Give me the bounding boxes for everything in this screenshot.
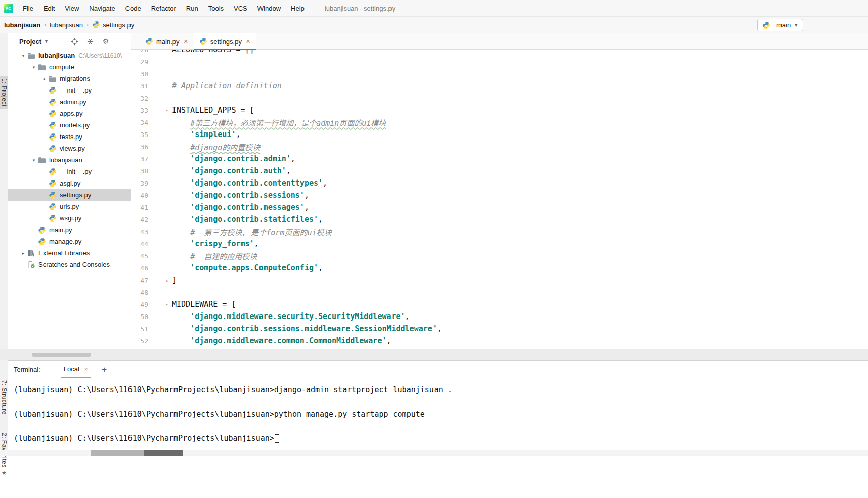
tree-item-init-py[interactable]: __init__.py <box>8 166 131 177</box>
tree-item-admin-py[interactable]: admin.py <box>8 96 131 108</box>
menu-edit[interactable]: Edit <box>38 0 60 16</box>
tool-button-project[interactable]: 1: Project <box>0 76 8 109</box>
tree-item-views-py[interactable]: views.py <box>8 143 131 154</box>
tree-item-models-py[interactable]: models.py <box>8 119 131 131</box>
menu-file[interactable]: File <box>18 0 38 16</box>
code-line[interactable]: 51 'django.contrib.sessions.middleware.S… <box>131 323 868 335</box>
tree-item-lubanjisuan[interactable]: ▾lubanjisuan <box>8 154 131 166</box>
tree-item-init-py[interactable]: __init__.py <box>8 84 131 96</box>
code-text: 'django.contrib.contenttypes', <box>172 178 327 188</box>
collapse-all-icon[interactable] <box>86 37 94 46</box>
menu-vcs[interactable]: VCS <box>229 0 252 16</box>
tree-item-tests-py[interactable]: tests.py <box>8 131 131 143</box>
terminal-tab-local[interactable]: Local × <box>61 361 91 378</box>
tool-button-structure[interactable]: 7: Structure <box>0 380 8 415</box>
editor-body[interactable]: 28ALLOWED_HOSTS = []293031# Application … <box>131 50 868 349</box>
code-line[interactable]: 29 <box>131 56 868 68</box>
tree-item-migrations[interactable]: ▸migrations <box>8 73 131 84</box>
code-line[interactable]: 35 'simpleui', <box>131 128 868 141</box>
folder-icon <box>27 52 35 60</box>
code-line[interactable]: 39 'django.contrib.contenttypes', <box>131 177 868 189</box>
menu-run[interactable]: Run <box>181 0 203 16</box>
menu-code[interactable]: Code <box>120 0 146 16</box>
line-number: 29 <box>131 58 148 66</box>
code-line[interactable]: 33▾INSTALLED_APPS = [ <box>131 104 868 116</box>
tree-item-wsgi-py[interactable]: wsgi.py <box>8 212 131 224</box>
menu-navigate[interactable]: Navigate <box>84 0 120 16</box>
fold-open-icon[interactable]: ▾ <box>148 302 172 307</box>
pycharm-logo-icon: PC <box>4 4 13 13</box>
project-horizontal-scrollbar[interactable] <box>32 353 91 357</box>
breadcrumb-item-settings-py[interactable]: settings.py <box>92 21 134 29</box>
tree-item-settings-py[interactable]: settings.py <box>8 189 131 201</box>
code-line[interactable]: 52 'django.middleware.common.CommonMiddl… <box>131 335 868 347</box>
tree-item-external-libraries[interactable]: ▸External Libraries <box>8 247 131 259</box>
code-line[interactable]: 30 <box>131 68 868 80</box>
editor-tab-settings-py[interactable]: settings.py✕ <box>194 33 256 50</box>
breadcrumb-item-lubanjisuan[interactable]: lubanjisuan <box>4 21 40 29</box>
tree-item-urls-py[interactable]: urls.py <box>8 201 131 212</box>
code-line[interactable]: 45 # 自建的应用模块 <box>131 250 868 262</box>
breadcrumb: lubanjisuan›lubanjisuan›settings.py <box>4 21 134 29</box>
menu-view[interactable]: View <box>60 0 84 16</box>
terminal-output[interactable]: (lubanjisuan) C:\Users\11610\PycharmProj… <box>8 378 868 446</box>
menu-help[interactable]: Help <box>286 0 310 16</box>
code-line[interactable]: 38 'django.contrib.auth', <box>131 165 868 177</box>
line-number: 51 <box>131 325 148 333</box>
fold-close-icon[interactable]: ▴ <box>148 278 172 283</box>
chevron-down-icon[interactable]: ▾ <box>30 158 38 163</box>
horizontal-scrollbar[interactable] <box>0 450 868 456</box>
chevron-down-icon[interactable]: ▾ <box>19 53 27 58</box>
code-line[interactable]: 43 # 第三方模块, 是个form页面的ui模块 <box>131 225 868 238</box>
tree-item-manage-py[interactable]: manage.py <box>8 236 131 247</box>
code-line[interactable]: 41 'django.contrib.messages', <box>131 201 868 213</box>
menu-tools[interactable]: Tools <box>203 0 229 16</box>
code-line[interactable]: 40 'django.contrib.sessions', <box>131 189 868 201</box>
project-tree: ▾lubanjisuanC:\Users\11610\▾compute▸migr… <box>8 50 131 349</box>
code-line[interactable]: 34 #第三方模块，必须第一行增加，是个admin页面的ui模块 <box>131 116 868 128</box>
close-icon[interactable]: ✕ <box>246 38 250 45</box>
locate-file-icon[interactable] <box>70 37 78 46</box>
tree-item-main-py[interactable]: main.py <box>8 224 131 236</box>
tree-item-scratches-and-consoles[interactable]: Scratches and Consoles <box>8 259 131 270</box>
scrollbar-thumb[interactable] <box>91 450 144 456</box>
chevron-right-icon[interactable]: ▸ <box>19 251 27 256</box>
code-line[interactable]: 50 'django.middleware.security.SecurityM… <box>131 310 868 323</box>
terminal-line: (lubanjisuan) C:\Users\11610\PycharmProj… <box>14 385 868 397</box>
chevron-right-icon[interactable]: ▸ <box>40 76 49 81</box>
folder-icon <box>38 63 46 71</box>
code-line[interactable]: 37 'django.contrib.admin', <box>131 153 868 165</box>
tree-item-asgi-py[interactable]: asgi.py <box>8 177 131 189</box>
code-text: #第三方模块，必须第一行增加，是个admin页面的ui模块 <box>172 117 386 128</box>
editor-tab-main-py[interactable]: main.py✕ <box>140 33 194 50</box>
run-config-selector[interactable]: main ▼ <box>757 19 803 31</box>
code-line[interactable]: 46 'compute.apps.ComputeConfig', <box>131 262 868 274</box>
python-icon <box>199 37 207 46</box>
fold-open-icon[interactable]: ▾ <box>148 108 172 113</box>
menu-refactor[interactable]: Refactor <box>146 0 181 16</box>
scrollbar-thumb[interactable] <box>144 450 183 456</box>
menu-window[interactable]: Window <box>252 0 286 16</box>
tree-item-apps-py[interactable]: apps.py <box>8 108 131 119</box>
tree-item-compute[interactable]: ▾compute <box>8 61 131 73</box>
code-line[interactable]: 42 'django.contrib.staticfiles', <box>131 213 868 225</box>
code-line[interactable]: 32 <box>131 92 868 104</box>
new-terminal-session-button[interactable]: + <box>102 365 107 375</box>
code-line[interactable]: 28ALLOWED_HOSTS = [] <box>131 50 868 56</box>
close-icon[interactable]: ✕ <box>184 38 188 45</box>
project-view-selector[interactable]: Project ▼ <box>19 38 49 46</box>
code-line[interactable]: 31# Application definition <box>131 80 868 92</box>
code-line[interactable]: 47▴] <box>131 274 868 286</box>
gear-icon[interactable]: ⚙ <box>102 37 110 46</box>
code-line[interactable]: 44 'crispy_forms', <box>131 238 868 250</box>
tree-item-label: Scratches and Consoles <box>38 261 110 268</box>
chevron-down-icon[interactable]: ▾ <box>30 65 38 70</box>
tree-item-lubanjisuan[interactable]: ▾lubanjisuanC:\Users\11610\ <box>8 50 131 61</box>
code-line[interactable]: 49▾MIDDLEWARE = [ <box>131 298 868 310</box>
editor-bottom-strip <box>0 349 868 360</box>
code-line[interactable]: 48 <box>131 286 868 298</box>
close-icon[interactable]: × <box>84 366 88 372</box>
hide-panel-icon[interactable]: — <box>117 37 125 46</box>
code-line[interactable]: 36 #django的内置模块 <box>131 141 868 153</box>
breadcrumb-item-lubanjisuan[interactable]: lubanjisuan <box>50 21 83 29</box>
